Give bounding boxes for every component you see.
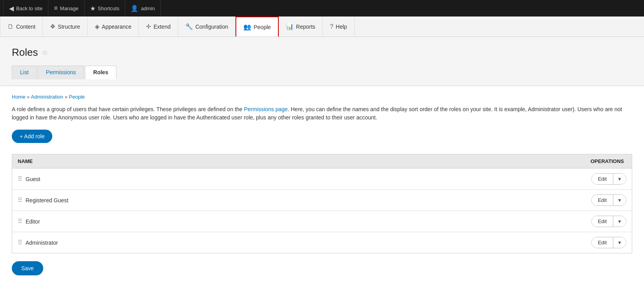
nav-help-label: Help: [336, 24, 347, 30]
edit-dropdown-button[interactable]: ▼: [613, 237, 626, 248]
back-icon: ◀: [9, 5, 14, 12]
nav-appearance-label: Appearance: [102, 24, 132, 30]
back-to-site-label: Back to site: [16, 5, 42, 11]
nav-extend-label: Extend: [153, 24, 171, 30]
nav-item-extend[interactable]: ✛ Extend: [139, 16, 178, 37]
role-name: Guest: [26, 176, 40, 182]
main-content: Home » Administration » People A role de…: [0, 86, 644, 287]
people-icon: 👥: [243, 23, 251, 31]
user-icon: 👤: [131, 5, 138, 12]
manage-label: Manage: [60, 5, 79, 11]
drag-handle-icon[interactable]: ⠿: [18, 218, 22, 225]
operations-cell: Edit ▼: [364, 211, 632, 232]
nav-people-label: People: [254, 24, 271, 30]
save-button[interactable]: Save: [12, 261, 43, 275]
tab-permissions[interactable]: Permissions: [38, 66, 84, 79]
edit-button[interactable]: Edit: [592, 195, 613, 205]
favorite-star-icon[interactable]: ☆: [42, 48, 48, 57]
help-icon: ?: [330, 23, 333, 30]
manage-link[interactable]: ≡ Manage: [48, 0, 84, 16]
table-row: ⠿ Editor Edit ▼: [12, 211, 632, 232]
page-title: Roles: [12, 46, 38, 59]
breadcrumb-administration[interactable]: Administration: [31, 94, 63, 100]
role-name-cell: ⠿ Registered Guest: [12, 190, 365, 211]
nav-item-people[interactable]: 👥 People: [236, 16, 279, 37]
structure-icon: ❖: [50, 23, 55, 30]
page-tabs: List Permissions Roles: [12, 66, 632, 79]
operations-cell: Edit ▼: [364, 232, 632, 253]
role-name-cell: ⠿ Administrator: [12, 232, 365, 253]
edit-button-group: Edit ▼: [591, 216, 626, 227]
nav-item-reports[interactable]: 📊 Reports: [279, 16, 323, 37]
edit-dropdown-button[interactable]: ▼: [613, 216, 626, 227]
breadcrumb-sep1: »: [27, 94, 31, 100]
admin-label: admin: [141, 5, 155, 11]
back-to-site-link[interactable]: ◀ Back to site: [3, 0, 48, 16]
tab-list[interactable]: List: [12, 66, 37, 79]
col-header-name: NAME: [12, 154, 365, 169]
admin-bar: ◀ Back to site ≡ Manage ★ Shortcuts 👤 ad…: [0, 0, 644, 16]
edit-button[interactable]: Edit: [592, 174, 613, 184]
admin-user-link[interactable]: 👤 admin: [125, 0, 160, 16]
role-name: Editor: [26, 218, 40, 225]
edit-button-group: Edit ▼: [591, 194, 626, 206]
drag-handle-icon[interactable]: ⠿: [18, 196, 22, 204]
nav-reports-label: Reports: [296, 24, 315, 30]
drag-handle-icon[interactable]: ⠿: [18, 239, 22, 246]
breadcrumb-home[interactable]: Home: [12, 94, 26, 100]
edit-button[interactable]: Edit: [592, 216, 613, 227]
manage-icon: ≡: [54, 5, 57, 12]
table-row: ⠿ Guest Edit ▼: [12, 169, 632, 190]
breadcrumb-people[interactable]: People: [69, 94, 85, 100]
shortcuts-label: Shortcuts: [98, 5, 120, 11]
operations-cell: Edit ▼: [364, 169, 632, 190]
edit-button[interactable]: Edit: [592, 237, 613, 248]
breadcrumb-sep2: »: [64, 94, 69, 100]
nav-configuration-label: Configuration: [195, 24, 228, 30]
role-name-cell: ⠿ Guest: [12, 169, 365, 190]
permissions-page-link[interactable]: Permissions page: [244, 106, 287, 112]
page-title-row: Roles ☆: [12, 46, 632, 59]
edit-dropdown-button[interactable]: ▼: [613, 195, 626, 205]
add-role-button[interactable]: + Add role: [12, 130, 52, 143]
content-icon: 🗋: [7, 23, 14, 30]
nav-item-configuration[interactable]: 🔧 Configuration: [178, 16, 236, 37]
drag-handle-icon[interactable]: ⠿: [18, 175, 22, 183]
col-header-operations: OPERATIONS: [364, 154, 632, 169]
edit-button-group: Edit ▼: [591, 173, 626, 185]
table-header-row: NAME OPERATIONS: [12, 154, 632, 169]
edit-button-group: Edit ▼: [591, 237, 626, 248]
roles-description: A role defines a group of users that hav…: [12, 105, 632, 122]
table-row: ⠿ Administrator Edit ▼: [12, 232, 632, 253]
nav-content-label: Content: [16, 24, 35, 30]
nav-structure-label: Structure: [58, 24, 80, 30]
roles-table: NAME OPERATIONS ⠿ Guest Edit ▼ ⠿ Registe…: [12, 154, 632, 253]
edit-dropdown-button[interactable]: ▼: [613, 174, 626, 184]
role-name-cell: ⠿ Editor: [12, 211, 365, 232]
shortcuts-link[interactable]: ★ Shortcuts: [85, 0, 125, 16]
breadcrumb: Home » Administration » People: [12, 94, 632, 100]
configuration-icon: 🔧: [185, 23, 193, 30]
table-row: ⠿ Registered Guest Edit ▼: [12, 190, 632, 211]
nav-item-content[interactable]: 🗋 Content: [0, 16, 43, 37]
role-name: Administrator: [26, 240, 58, 246]
star-icon: ★: [90, 5, 96, 12]
tab-roles[interactable]: Roles: [85, 66, 116, 79]
reports-icon: 📊: [286, 23, 294, 30]
appearance-icon: ◈: [95, 23, 99, 30]
nav-item-help[interactable]: ? Help: [323, 16, 355, 37]
nav-item-structure[interactable]: ❖ Structure: [43, 16, 88, 37]
nav-item-appearance[interactable]: ◈ Appearance: [88, 16, 139, 37]
page-content-area: Roles ☆ List Permissions Roles: [0, 37, 644, 86]
role-name: Registered Guest: [26, 197, 68, 203]
main-nav: 🗋 Content ❖ Structure ◈ Appearance ✛ Ext…: [0, 16, 644, 37]
extend-icon: ✛: [146, 23, 151, 30]
operations-cell: Edit ▼: [364, 190, 632, 211]
